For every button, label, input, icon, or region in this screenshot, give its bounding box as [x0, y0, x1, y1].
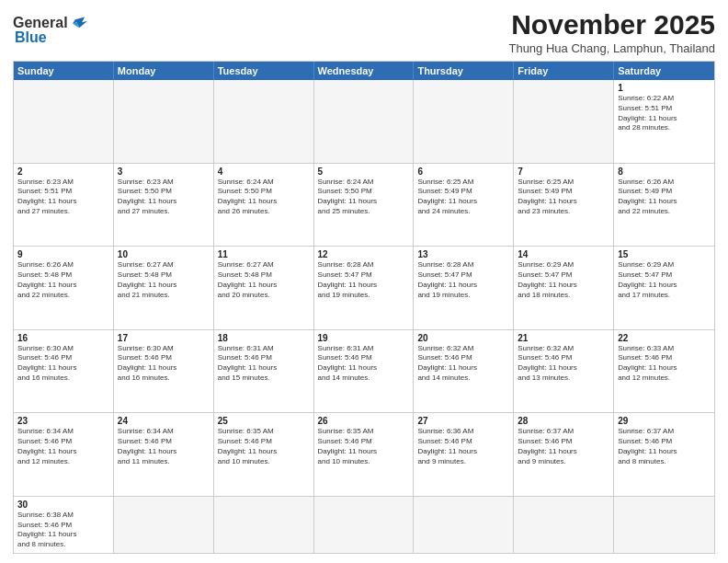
calendar-cell: 11Sunrise: 6:27 AM Sunset: 5:48 PM Dayli…: [214, 247, 314, 329]
day-number: 9: [17, 249, 109, 259]
calendar-cell: [214, 80, 314, 163]
calendar-cell: 17Sunrise: 6:30 AM Sunset: 5:46 PM Dayli…: [114, 330, 214, 413]
day-number: 24: [118, 416, 210, 426]
day-number: 22: [618, 333, 711, 343]
logo: General Blue: [13, 13, 90, 46]
cell-info: Sunrise: 6:24 AM Sunset: 5:50 PM Dayligh…: [318, 178, 410, 217]
location: Thung Hua Chang, Lamphun, Thailand: [508, 41, 715, 55]
day-number: 5: [318, 167, 410, 177]
calendar-cell: [114, 80, 214, 163]
calendar-cell: 18Sunrise: 6:31 AM Sunset: 5:46 PM Dayli…: [214, 330, 314, 413]
cell-info: Sunrise: 6:38 AM Sunset: 5:46 PM Dayligh…: [17, 511, 109, 550]
calendar-row-4: 16Sunrise: 6:30 AM Sunset: 5:46 PM Dayli…: [14, 329, 714, 413]
day-number: 3: [118, 167, 210, 177]
cell-info: Sunrise: 6:35 AM Sunset: 5:46 PM Dayligh…: [218, 427, 310, 466]
calendar-cell: 20Sunrise: 6:32 AM Sunset: 5:46 PM Dayli…: [414, 330, 514, 413]
header-friday: Friday: [514, 62, 614, 80]
calendar-cell-empty: [314, 497, 415, 553]
calendar-cell: 26Sunrise: 6:35 AM Sunset: 5:46 PM Dayli…: [314, 413, 415, 496]
header-sunday: Sunday: [14, 62, 114, 80]
month-title: November 2025: [508, 9, 715, 40]
calendar-cell: 24Sunrise: 6:34 AM Sunset: 5:46 PM Dayli…: [114, 413, 214, 496]
cell-info: Sunrise: 6:33 AM Sunset: 5:46 PM Dayligh…: [618, 344, 711, 384]
calendar-cell-30: 30Sunrise: 6:38 AM Sunset: 5:46 PM Dayli…: [14, 497, 114, 553]
svg-marker-0: [73, 17, 87, 28]
day-number: 17: [118, 333, 210, 343]
cell-info: Sunrise: 6:23 AM Sunset: 5:50 PM Dayligh…: [118, 178, 210, 217]
calendar-cell: 28Sunrise: 6:37 AM Sunset: 5:46 PM Dayli…: [514, 413, 614, 496]
header: General Blue November 2025 Thung Hua Cha…: [13, 9, 715, 55]
cell-info: Sunrise: 6:29 AM Sunset: 5:47 PM Dayligh…: [618, 260, 711, 300]
day-number: 14: [518, 249, 609, 259]
logo-blue-text: Blue: [15, 29, 47, 46]
calendar-cell-empty: [214, 497, 314, 553]
calendar-cell: 6Sunrise: 6:25 AM Sunset: 5:49 PM Daylig…: [414, 164, 514, 247]
day-number: 2: [17, 167, 109, 177]
logo-bird-icon: [70, 13, 90, 33]
cell-info: Sunrise: 6:32 AM Sunset: 5:46 PM Dayligh…: [518, 344, 609, 384]
day-number: 10: [118, 249, 210, 259]
day-number: 1: [618, 83, 711, 93]
day-number: 15: [618, 249, 711, 259]
calendar-cell: 16Sunrise: 6:30 AM Sunset: 5:46 PM Dayli…: [14, 330, 114, 413]
calendar-cell: 19Sunrise: 6:31 AM Sunset: 5:46 PM Dayli…: [314, 330, 415, 413]
calendar-cell: [414, 80, 514, 163]
cell-info: Sunrise: 6:30 AM Sunset: 5:46 PM Dayligh…: [118, 344, 210, 384]
day-number: 16: [17, 333, 109, 343]
day-number: 8: [618, 167, 711, 177]
day-number: 23: [17, 416, 109, 426]
calendar-cell-empty: [114, 497, 214, 553]
calendar-cell: 12Sunrise: 6:28 AM Sunset: 5:47 PM Dayli…: [314, 247, 415, 329]
calendar-cell: [514, 80, 614, 163]
calendar-cell: 15Sunrise: 6:29 AM Sunset: 5:47 PM Dayli…: [614, 247, 714, 329]
cell-info: Sunrise: 6:26 AM Sunset: 5:48 PM Dayligh…: [17, 260, 109, 300]
header-wednesday: Wednesday: [314, 62, 415, 80]
calendar-row-2: 2Sunrise: 6:23 AM Sunset: 5:51 PM Daylig…: [14, 163, 714, 247]
day-number: 13: [417, 249, 509, 259]
calendar-cell: 5Sunrise: 6:24 AM Sunset: 5:50 PM Daylig…: [314, 164, 415, 247]
calendar-row-3: 9Sunrise: 6:26 AM Sunset: 5:48 PM Daylig…: [14, 246, 714, 329]
calendar-cell: [314, 80, 415, 163]
calendar-cell: 10Sunrise: 6:27 AM Sunset: 5:48 PM Dayli…: [114, 247, 214, 329]
cell-info: Sunrise: 6:37 AM Sunset: 5:46 PM Dayligh…: [618, 427, 711, 466]
calendar-cell: 25Sunrise: 6:35 AM Sunset: 5:46 PM Dayli…: [214, 413, 314, 496]
cell-info: Sunrise: 6:24 AM Sunset: 5:50 PM Dayligh…: [218, 178, 310, 217]
title-block: November 2025 Thung Hua Chang, Lamphun, …: [508, 9, 715, 55]
calendar-cell: 1Sunrise: 6:22 AM Sunset: 5:51 PM Daylig…: [614, 80, 714, 163]
day-number: 20: [417, 333, 509, 343]
calendar-cell: [14, 80, 114, 163]
cell-info: Sunrise: 6:28 AM Sunset: 5:47 PM Dayligh…: [417, 260, 509, 300]
cell-info: Sunrise: 6:23 AM Sunset: 5:51 PM Dayligh…: [17, 178, 109, 217]
day-number: 26: [318, 416, 410, 426]
calendar-cell: 27Sunrise: 6:36 AM Sunset: 5:46 PM Dayli…: [414, 413, 514, 496]
cell-info: Sunrise: 6:30 AM Sunset: 5:46 PM Dayligh…: [17, 344, 109, 384]
cell-info: Sunrise: 6:29 AM Sunset: 5:47 PM Dayligh…: [518, 260, 609, 300]
calendar-cell: 2Sunrise: 6:23 AM Sunset: 5:51 PM Daylig…: [14, 164, 114, 247]
day-number: 29: [618, 416, 711, 426]
calendar-cell: 23Sunrise: 6:34 AM Sunset: 5:46 PM Dayli…: [14, 413, 114, 496]
calendar-row-5: 23Sunrise: 6:34 AM Sunset: 5:46 PM Dayli…: [14, 412, 714, 496]
day-number: 25: [218, 416, 310, 426]
cell-info: Sunrise: 6:37 AM Sunset: 5:46 PM Dayligh…: [518, 427, 609, 466]
cell-info: Sunrise: 6:34 AM Sunset: 5:46 PM Dayligh…: [17, 427, 109, 466]
cell-info: Sunrise: 6:26 AM Sunset: 5:49 PM Dayligh…: [618, 178, 711, 217]
page: General Blue November 2025 Thung Hua Cha…: [0, 0, 728, 563]
calendar-cell-empty: [514, 497, 614, 553]
header-saturday: Saturday: [614, 62, 714, 80]
cell-info: Sunrise: 6:25 AM Sunset: 5:49 PM Dayligh…: [417, 178, 509, 217]
cell-info: Sunrise: 6:27 AM Sunset: 5:48 PM Dayligh…: [118, 260, 210, 300]
cell-info: Sunrise: 6:34 AM Sunset: 5:46 PM Dayligh…: [118, 427, 210, 466]
cell-info: Sunrise: 6:25 AM Sunset: 5:49 PM Dayligh…: [518, 178, 609, 217]
day-number: 19: [318, 333, 410, 343]
cell-info: Sunrise: 6:31 AM Sunset: 5:46 PM Dayligh…: [318, 344, 410, 384]
calendar-cell-empty: [414, 497, 514, 553]
calendar-cell: 21Sunrise: 6:32 AM Sunset: 5:46 PM Dayli…: [514, 330, 614, 413]
cell-info: Sunrise: 6:36 AM Sunset: 5:46 PM Dayligh…: [417, 427, 509, 466]
day-number: 4: [218, 167, 310, 177]
cell-info: Sunrise: 6:27 AM Sunset: 5:48 PM Dayligh…: [218, 260, 310, 300]
day-number: 30: [17, 500, 109, 510]
header-thursday: Thursday: [414, 62, 514, 80]
day-number: 7: [518, 167, 609, 177]
day-number: 18: [218, 333, 310, 343]
calendar-cell: 3Sunrise: 6:23 AM Sunset: 5:50 PM Daylig…: [114, 164, 214, 247]
